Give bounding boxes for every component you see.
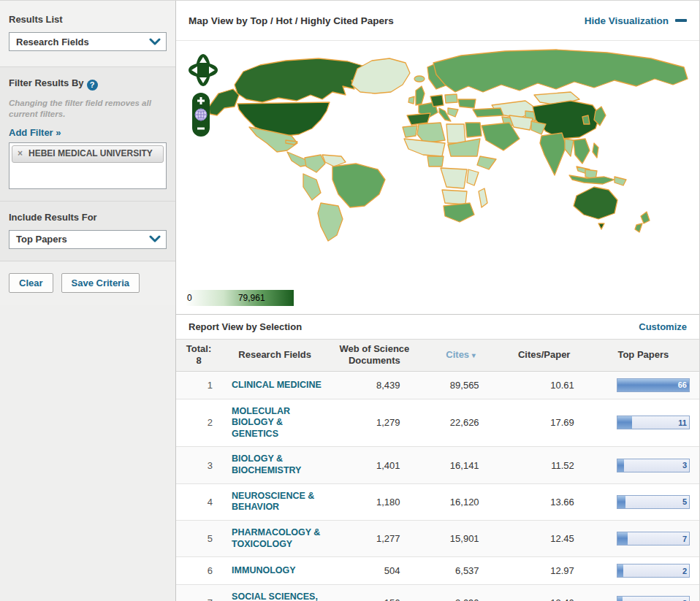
add-filter-link[interactable]: Add Filter » — [9, 127, 61, 138]
top-papers-cell: 2 — [587, 557, 699, 585]
research-field-link[interactable]: PHARMACOLOGY & TOXICOLOGY — [232, 527, 325, 550]
country-myanmar — [565, 139, 574, 156]
top-papers-cell: 66 — [587, 371, 699, 399]
research-field-link[interactable]: BIOLOGY & BIOCHEMISTRY — [232, 453, 325, 476]
row-rank: 3 — [176, 447, 221, 483]
map-zoom-control[interactable] — [191, 92, 210, 137]
top-papers-bar[interactable]: 3 — [617, 459, 690, 472]
country-egypt — [465, 123, 482, 137]
country-colombia — [305, 155, 325, 172]
row-rank: 2 — [176, 399, 221, 447]
row-rank: 7 — [176, 585, 221, 601]
map-pan-control[interactable] — [188, 53, 218, 88]
documents-value: 504 — [328, 557, 420, 585]
cites-value: 16,141 — [420, 447, 501, 483]
top-papers-cell: 7 — [587, 520, 699, 556]
table-header-row: Total: 8 Research Fields Web of Science … — [176, 340, 699, 372]
table-row: 2MOLECULAR BIOLOGY & GENETICS1,27922,626… — [176, 399, 699, 447]
cites-per-paper-value: 12.45 — [501, 520, 587, 556]
column-top-papers[interactable]: Top Papers — [587, 340, 699, 372]
country-ukraine — [458, 99, 476, 108]
top-papers-bar[interactable]: 5 — [617, 495, 690, 509]
country-peru — [303, 174, 321, 200]
choropleth-map — [176, 41, 695, 314]
cites-value: 2,090 — [420, 585, 501, 601]
research-field-link[interactable]: IMMUNOLOGY — [232, 565, 296, 577]
column-cites-per-paper[interactable]: Cites/Paper — [501, 340, 587, 372]
top-papers-bar-fill — [617, 459, 624, 472]
main-panel: Map View by Top / Hot / Highly Cited Pap… — [176, 1, 700, 601]
cites-value: 16,120 — [420, 483, 501, 520]
column-cites-sorted[interactable]: Cites ▾ — [420, 340, 501, 372]
column-wos-documents[interactable]: Web of Science Documents — [328, 340, 420, 372]
legend-max-value: 79,961 — [238, 293, 265, 303]
field-cell: MOLECULAR BIOLOGY & GENETICS — [221, 399, 328, 447]
sidebar: Results List Research Fields Filter Resu… — [0, 1, 176, 601]
research-field-link[interactable]: MOLECULAR BIOLOGY & GENETICS — [232, 406, 325, 440]
country-papua-new-guinea — [615, 177, 626, 185]
map-header: Map View by Top / Hot / Highly Cited Pap… — [176, 1, 699, 41]
world-map[interactable]: 0 79,961 — [176, 41, 699, 314]
filter-section: Filter Results By? Changing the filter f… — [0, 66, 175, 201]
sort-descending-icon: ▾ — [472, 351, 476, 359]
customize-link[interactable]: Customize — [639, 321, 687, 332]
region-indochina — [574, 139, 590, 164]
save-criteria-button[interactable]: Save Criteria — [61, 273, 140, 293]
table-row: 5PHARMACOLOGY & TOXICOLOGY1,27715,90112.… — [176, 520, 699, 556]
results-list-section: Results List Research Fields — [0, 1, 175, 66]
results-list-label: Results List — [9, 14, 167, 25]
criteria-buttons-section: Clear Save Criteria — [0, 261, 175, 305]
region-central-africa — [441, 168, 467, 188]
documents-value: 1,279 — [328, 399, 420, 447]
row-rank: 6 — [176, 557, 221, 585]
research-field-link[interactable]: NEUROSCIENCE & BEHAVIOR — [232, 491, 325, 513]
documents-value: 8,439 — [328, 371, 420, 399]
top-papers-bar[interactable]: 7 — [617, 532, 690, 546]
region-east-africa — [467, 169, 479, 185]
top-papers-bar-fill — [617, 597, 623, 601]
country-australia — [574, 187, 617, 219]
field-cell: IMMUNOLOGY — [221, 557, 328, 585]
cites-per-paper-value: 13.66 — [501, 483, 587, 520]
top-papers-bar[interactable]: 2 — [617, 564, 690, 578]
cites-value: 22,626 — [420, 399, 501, 447]
documents-value: 1,401 — [328, 447, 420, 483]
filter-note: Changing the filter field removes all cu… — [9, 98, 167, 120]
clear-button[interactable]: Clear — [9, 273, 53, 293]
country-poland — [445, 94, 457, 103]
country-algeria — [417, 123, 445, 143]
top-papers-bar[interactable]: 11 — [617, 416, 690, 429]
field-cell: NEUROSCIENCE & BEHAVIOR — [221, 483, 328, 520]
region-southern-africa — [442, 190, 467, 204]
map-color-legend: 0 79,961 — [186, 290, 294, 306]
top-papers-bar[interactable]: 2 — [617, 596, 690, 601]
remove-filter-icon[interactable]: × — [18, 148, 23, 160]
filter-tag-label: HEBEI MEDICAL UNIVERSITY — [28, 148, 153, 158]
results-list-dropdown[interactable]: Research Fields — [9, 32, 167, 51]
include-results-dropdown[interactable]: Top Papers — [9, 230, 167, 249]
report-view-title: Report View by Selection — [189, 321, 302, 332]
country-new-zealand-south — [635, 223, 642, 232]
region-balkans — [448, 108, 458, 117]
filter-label: Filter Results By — [9, 77, 84, 88]
research-field-link[interactable]: SOCIAL SCIENCES, GENERAL — [232, 592, 325, 601]
country-usa — [237, 102, 330, 136]
field-cell: SOCIAL SCIENCES, GENERAL — [221, 585, 328, 601]
help-icon[interactable]: ? — [87, 80, 98, 91]
country-morocco — [403, 126, 417, 137]
research-field-link[interactable]: CLINICAL MEDICINE — [232, 380, 322, 391]
country-spain — [407, 113, 430, 125]
column-research-fields[interactable]: Research Fields — [221, 340, 328, 372]
top-papers-value: 5 — [682, 497, 687, 506]
table-row: 7SOCIAL SCIENCES, GENERAL1562,09013.402 — [176, 585, 699, 601]
documents-value: 1,180 — [328, 483, 420, 520]
country-russia — [433, 50, 688, 92]
country-philippines — [593, 143, 598, 158]
table-row: 6IMMUNOLOGY5046,53712.972 — [176, 557, 699, 585]
filter-tag[interactable]: × HEBEI MEDICAL UNIVERSITY — [12, 145, 164, 164]
include-results-section: Include Results For Top Papers — [0, 201, 175, 261]
country-venezuela — [322, 155, 346, 166]
hide-visualization-link[interactable]: Hide Visualization — [585, 15, 687, 26]
chevron-down-icon — [149, 38, 161, 46]
top-papers-bar[interactable]: 66 — [617, 378, 690, 392]
